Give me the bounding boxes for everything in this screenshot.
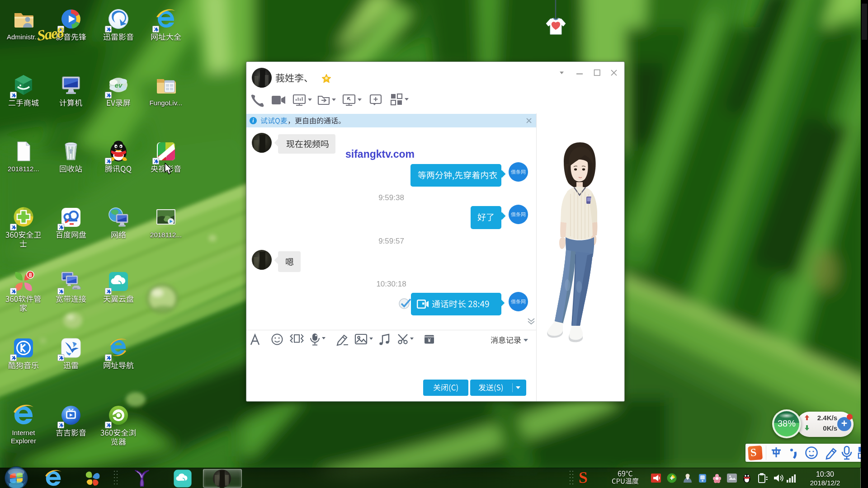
svg-text:ev: ev [115, 81, 123, 89]
svg-text:8: 8 [29, 272, 32, 278]
svg-text:¥: ¥ [428, 338, 431, 343]
